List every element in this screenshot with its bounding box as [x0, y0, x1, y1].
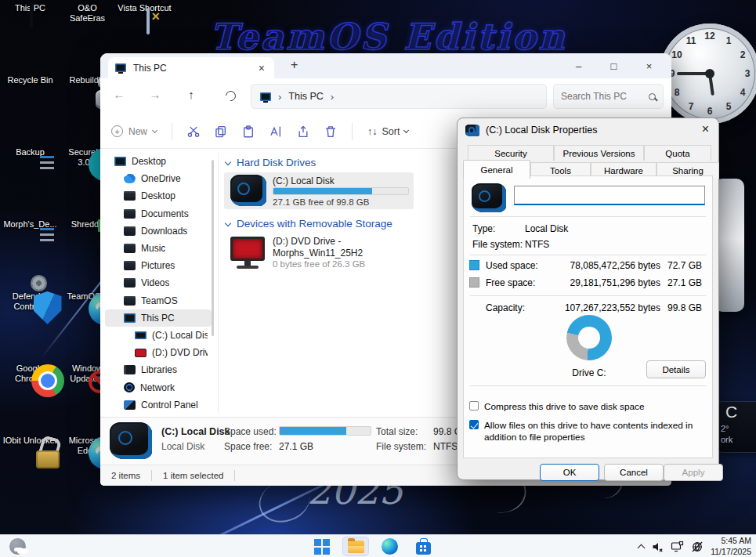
group-header-removable-storage[interactable]: Devices with Removable Storage: [226, 218, 392, 230]
volume-muted-icon[interactable]: [651, 541, 664, 553]
sort-button-label: Sort: [382, 126, 400, 137]
sidebar-item[interactable]: Desktop: [105, 153, 212, 170]
delete-icon[interactable]: [324, 125, 337, 138]
dialog-tab[interactable]: Security: [468, 145, 554, 161]
copy-icon[interactable]: [215, 125, 227, 138]
sidebar-item[interactable]: Documents: [105, 205, 212, 222]
group-header-hard-disk-drives[interactable]: Hard Disk Drives: [226, 157, 316, 168]
apply-button[interactable]: Apply: [664, 464, 723, 481]
sidebar-item-label: (D:) DVD Drive: [152, 347, 208, 358]
dvd-drive-item[interactable]: (D:) DVD Drive - Morphs_Win11_25H2 0 byt…: [224, 233, 414, 277]
sidebar-item[interactable]: (C:) Local Disk: [105, 327, 212, 344]
sidebar-item-icon: [124, 244, 136, 253]
sidebar-item[interactable]: Desktop: [105, 187, 212, 204]
explorer-tab[interactable]: This PC ×: [108, 57, 274, 78]
maximize-button[interactable]: □: [596, 53, 631, 78]
desktop-icon[interactable]: Google Chrome: [2, 363, 59, 436]
folder-icon: [348, 541, 364, 553]
refresh-icon[interactable]: [223, 89, 237, 103]
clock-gadget[interactable]: 121234567891011: [660, 24, 756, 124]
ok-button[interactable]: OK: [540, 464, 599, 481]
scrollbar[interactable]: [212, 160, 214, 336]
sidebar-item-icon: [135, 349, 146, 357]
details-button[interactable]: Details: [646, 360, 706, 378]
compress-checkbox[interactable]: [469, 401, 479, 411]
sidebar-item[interactable]: Pictures: [105, 257, 212, 274]
breadcrumb[interactable]: › This PC ›: [251, 84, 547, 109]
sidebar-item-icon: [124, 278, 136, 288]
rename-icon[interactable]: [269, 125, 282, 138]
clock-number: 8: [675, 87, 680, 98]
space-used-bar: [279, 426, 371, 436]
sidebar-item[interactable]: Videos: [105, 274, 212, 291]
type-label: Type:: [472, 223, 495, 234]
new-button-label: New: [128, 126, 147, 137]
cut-icon[interactable]: [187, 125, 200, 138]
capacity-label: Capacity:: [486, 302, 525, 313]
file-system-value: NTFS: [525, 239, 549, 250]
share-icon[interactable]: [297, 125, 309, 138]
sidebar-item-icon: [124, 174, 136, 183]
sidebar-item-label: Videos: [141, 277, 169, 288]
network-display-icon[interactable]: [671, 541, 684, 553]
drive-c-item[interactable]: (C:) Local Disk 27.1 GB free of 99.8 GB: [224, 172, 414, 209]
sidebar-item[interactable]: This PC: [105, 309, 212, 327]
sidebar-item[interactable]: Control Panel: [105, 396, 212, 414]
desktop-icon-label: O&O SafeEras: [60, 3, 116, 23]
desktop-icon[interactable]: This PC: [2, 3, 59, 75]
hidden-icons-chevron[interactable]: [638, 544, 646, 552]
breadcrumb-separator: ›: [331, 91, 334, 103]
up-button[interactable]: ↑: [182, 88, 201, 101]
minimize-button[interactable]: –: [561, 53, 596, 78]
free-space-label: Free space:: [486, 277, 535, 288]
no-internet-globe-icon[interactable]: [691, 541, 704, 553]
taskbar-store[interactable]: [410, 537, 436, 556]
sidebar-item[interactable]: OneDrive: [105, 170, 212, 187]
breadcrumb-path[interactable]: This PC: [288, 91, 323, 102]
desktop-icon[interactable]: Backup: [2, 147, 59, 219]
close-button[interactable]: ×: [631, 53, 667, 78]
dialog-tab[interactable]: Quota: [644, 145, 711, 161]
desktop-icon[interactable]: Defender Contro...: [2, 291, 59, 363]
taskbar-edge[interactable]: [376, 537, 403, 556]
desktop-icon[interactable]: IObit Unlocker: [2, 436, 59, 508]
sidebar-item-label: (C:) Local Disk: [152, 330, 208, 341]
weather-gadget[interactable]: C 2° ork: [716, 401, 756, 453]
sidebar-item[interactable]: Network: [105, 378, 212, 396]
sidebar-item[interactable]: Music: [105, 240, 212, 257]
sidebar-item-icon: [124, 209, 136, 219]
file-system-value: NTFS: [433, 441, 458, 452]
widgets-weather-icon[interactable]: [9, 538, 26, 555]
paste-icon[interactable]: [242, 125, 255, 138]
sidebar-item-icon: [124, 191, 136, 201]
search-box[interactable]: [553, 84, 664, 109]
dialog-tab[interactable]: Previous Versions: [554, 145, 644, 161]
forward-button[interactable]: →: [146, 88, 165, 101]
sidebar-item-icon: [124, 400, 136, 410]
drive-usage-bar: [273, 187, 409, 195]
tab-close-icon[interactable]: ×: [256, 62, 267, 74]
new-tab-button[interactable]: +: [291, 58, 298, 72]
sidebar-item[interactable]: Downloads: [105, 222, 212, 240]
group-title: Devices with Removable Storage: [237, 218, 392, 230]
dialog-close-icon[interactable]: ×: [702, 122, 709, 136]
desktop-icon[interactable]: Morph's_De...: [2, 219, 59, 291]
volume-label-input[interactable]: [514, 186, 705, 205]
taskbar-file-explorer[interactable]: [342, 537, 369, 556]
file-system-label: File system:: [472, 239, 523, 250]
sidebar-item[interactable]: TeamOS: [105, 292, 212, 309]
dialog-title-bar[interactable]: (C:) Local Disk Properties: [458, 118, 718, 142]
desktop-icon[interactable]: Recycle Bin: [2, 75, 59, 147]
index-checkbox[interactable]: [469, 420, 479, 429]
search-input[interactable]: [561, 91, 644, 102]
cancel-button[interactable]: Cancel: [604, 464, 664, 481]
dialog-tab[interactable]: General: [463, 160, 530, 179]
taskbar-clock[interactable]: 5:45 AM 11/17/2025: [711, 536, 751, 557]
back-button[interactable]: ←: [110, 88, 128, 101]
used-space-swatch: [469, 260, 479, 270]
sidebar-item[interactable]: (D:) DVD Drive: [105, 344, 212, 361]
sort-button[interactable]: ↑↓ Sort: [367, 126, 408, 137]
sidebar-item[interactable]: Libraries: [105, 361, 212, 378]
start-button[interactable]: [309, 537, 335, 556]
new-button[interactable]: + New: [111, 125, 157, 137]
